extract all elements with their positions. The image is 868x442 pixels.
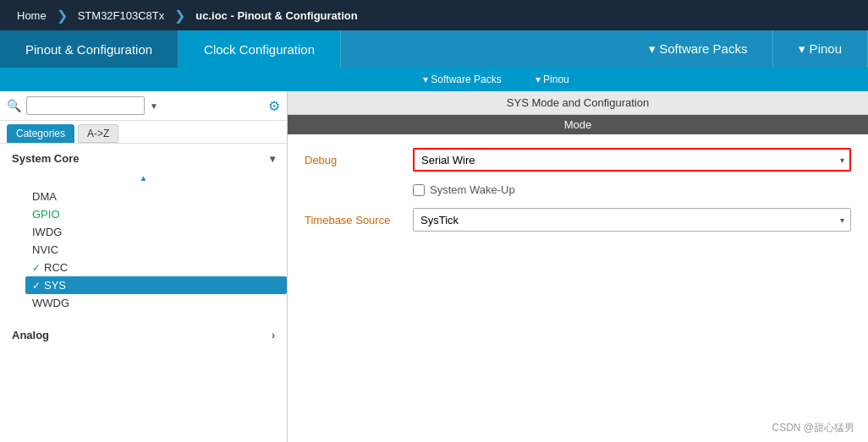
sidebar-item-dma[interactable]: DMA	[25, 188, 287, 205]
debug-label: Debug	[305, 154, 406, 166]
tab-pinout-short[interactable]: ▾ Pinou	[773, 30, 868, 68]
sidebar-section-system-core: System Core ▾ ▲ DMA GPIO IWDG NVIC ✓ RCC…	[0, 144, 287, 317]
software-packs-link[interactable]: ▾ Software Packs	[406, 74, 519, 85]
tab-categories[interactable]: Categories	[7, 124, 74, 143]
tab-pinout[interactable]: Pinout & Configuration	[0, 30, 179, 68]
sidebar-item-sys[interactable]: ✓ SYS	[25, 276, 287, 294]
sidebar-item-iwdg[interactable]: IWDG	[25, 223, 287, 241]
sidebar-search-row: 🔍 ▼ ⚙	[0, 91, 287, 121]
sidebar-tabs: Categories A->Z	[0, 121, 287, 144]
main-layout: 🔍 ▼ ⚙ Categories A->Z System Core ▾ ▲ DM…	[0, 91, 868, 442]
sidebar: 🔍 ▼ ⚙ Categories A->Z System Core ▾ ▲ DM…	[0, 91, 288, 442]
breadcrumb-chip[interactable]: STM32F103C8Tx	[69, 6, 173, 25]
sidebar-items-list: DMA GPIO IWDG NVIC ✓ RCC ✓ SYS WWDG	[0, 186, 287, 314]
content-body: Debug Serial Wire No Debug Trace Asynchr…	[288, 134, 868, 257]
rcc-check-icon: ✓	[32, 262, 41, 274]
content-area: SYS Mode and Configuration Mode Debug Se…	[288, 91, 868, 442]
search-dropdown-arrow: ▼	[150, 101, 158, 111]
analog-label: Analog	[12, 329, 49, 341]
gear-icon[interactable]: ⚙	[268, 98, 280, 114]
timebase-select-wrap: SysTick TIM1 TIM2 ▾	[413, 208, 851, 232]
system-wakeup-checkbox[interactable]	[413, 184, 425, 196]
tab-software-packs[interactable]: ▾ Software Packs	[624, 30, 773, 68]
sidebar-item-nvic[interactable]: NVIC	[25, 241, 287, 259]
breadcrumb-arrow-2: ❯	[174, 8, 185, 24]
sidebar-item-rcc[interactable]: ✓ RCC	[25, 259, 287, 276]
sys-check-icon: ✓	[32, 280, 41, 292]
debug-select[interactable]: Serial Wire No Debug Trace Asynchronous …	[413, 148, 851, 172]
breadcrumb-home[interactable]: Home	[8, 6, 55, 25]
content-mode-bar: Mode	[288, 115, 868, 134]
tab-clock[interactable]: Clock Configuration	[179, 30, 341, 68]
debug-select-wrap: Serial Wire No Debug Trace Asynchronous …	[413, 148, 851, 172]
timebase-label: Timebase Source	[305, 214, 406, 226]
debug-row: Debug Serial Wire No Debug Trace Asynchr…	[305, 148, 851, 172]
system-core-arrow: ▾	[270, 153, 275, 165]
sidebar-item-wwdg[interactable]: WWDG	[25, 294, 287, 312]
secondary-bar: ▾ Software Packs ▾ Pinou	[0, 68, 868, 91]
search-icon: 🔍	[7, 99, 21, 112]
pinout-link[interactable]: ▾ Pinou	[519, 74, 586, 85]
analog-arrow: ›	[272, 330, 275, 341]
breadcrumb-current[interactable]: uc.ioc - Pinout & Configuration	[187, 6, 365, 25]
breadcrumb-bar: Home ❯ STM32F103C8Tx ❯ uc.ioc - Pinout &…	[0, 0, 868, 30]
tab-atoz[interactable]: A->Z	[78, 124, 118, 143]
breadcrumb-arrow-1: ❯	[57, 8, 68, 24]
system-core-label: System Core	[12, 152, 79, 165]
search-input[interactable]	[26, 96, 145, 115]
watermark: CSDN @甜心猛男	[772, 421, 854, 435]
system-wakeup-label: System Wake-Up	[430, 183, 515, 196]
timebase-row: Timebase Source SysTick TIM1 TIM2 ▾	[305, 208, 851, 232]
content-header: SYS Mode and Configuration	[288, 91, 868, 115]
sidebar-category-system-core[interactable]: System Core ▾	[0, 147, 287, 170]
wakeup-row: System Wake-Up	[305, 183, 851, 196]
sidebar-item-gpio[interactable]: GPIO	[25, 205, 287, 223]
tab-bar: Pinout & Configuration Clock Configurati…	[0, 30, 868, 68]
timebase-select[interactable]: SysTick TIM1 TIM2	[413, 208, 851, 232]
sidebar-category-analog[interactable]: Analog ›	[0, 324, 287, 347]
expand-icon: ▲	[0, 173, 287, 183]
